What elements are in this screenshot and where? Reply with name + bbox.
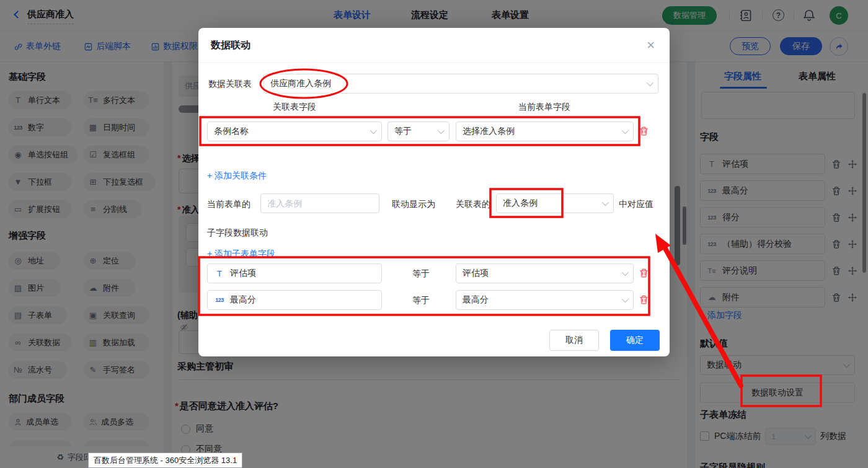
data-linkage-modal: 数据联动 × 数据关联表 供应商准入条例 关联表字段 当前表单字段 条例名称 等… xyxy=(198,28,670,356)
number-icon: 123 xyxy=(214,297,225,303)
display-row-table-label: 关联表的 xyxy=(456,199,490,210)
cancel-button[interactable]: 取消 xyxy=(549,330,599,351)
chevron-down-icon xyxy=(622,127,629,134)
close-icon[interactable]: × xyxy=(647,38,655,52)
app-root: 供应商准入 表单设计 流程设定 表单设置 数据管理 ? C 表单外链 后端脚本 … xyxy=(0,0,868,468)
condition-field-select[interactable]: 条例名称 xyxy=(207,121,382,141)
confirm-button[interactable]: 确定 xyxy=(610,330,660,351)
subfield-operator: 等于 xyxy=(412,268,430,280)
modal-title: 数据联动 xyxy=(211,39,250,52)
chevron-down-icon xyxy=(622,296,629,302)
subfield-right-select[interactable]: 最高分 xyxy=(456,290,634,310)
add-condition-link[interactable]: + 添加关联条件 xyxy=(207,170,267,182)
chevron-down-icon xyxy=(602,199,609,206)
current-field-input[interactable] xyxy=(260,193,379,213)
single-line-text-icon: T xyxy=(214,269,225,278)
chevron-down-icon xyxy=(370,127,377,134)
browser-status-tooltip: 百数后台管理系统 - 360安全浏览器 13.1 xyxy=(88,453,242,468)
display-row-prefix: 当前表单的 xyxy=(207,199,250,210)
delete-condition-icon[interactable] xyxy=(639,126,649,136)
subfield-right-select[interactable]: 评估项 xyxy=(456,263,634,283)
delete-subfield-icon[interactable] xyxy=(639,294,649,305)
left-column-header: 关联表字段 xyxy=(273,102,316,113)
subfield-left-box[interactable]: 123最高分 xyxy=(207,290,382,310)
delete-subfield-icon[interactable] xyxy=(639,268,649,278)
display-row-middle: 联动显示为 xyxy=(392,199,435,210)
display-row-suffix: 中对应值 xyxy=(619,199,653,210)
chevron-down-icon xyxy=(622,269,629,276)
chevron-down-icon xyxy=(438,127,445,134)
relation-table-label: 数据关联表 xyxy=(208,79,252,90)
linked-field-select[interactable]: 准入条例 xyxy=(496,193,614,213)
condition-target-select[interactable]: 选择准入条例 xyxy=(456,121,634,141)
add-subfield-link[interactable]: + 添加子表单字段 xyxy=(207,249,275,260)
modal-header-divider xyxy=(198,62,670,63)
right-column-header: 当前表单字段 xyxy=(518,102,570,113)
subfield-section-label: 子字段数据联动 xyxy=(207,227,268,239)
subfield-left-box[interactable]: T评估项 xyxy=(207,263,382,283)
subfield-operator: 等于 xyxy=(412,295,430,306)
chevron-down-icon xyxy=(647,79,653,86)
condition-operator-select[interactable]: 等于 xyxy=(388,121,450,141)
relation-table-select[interactable]: 供应商准入条例 xyxy=(264,74,658,94)
